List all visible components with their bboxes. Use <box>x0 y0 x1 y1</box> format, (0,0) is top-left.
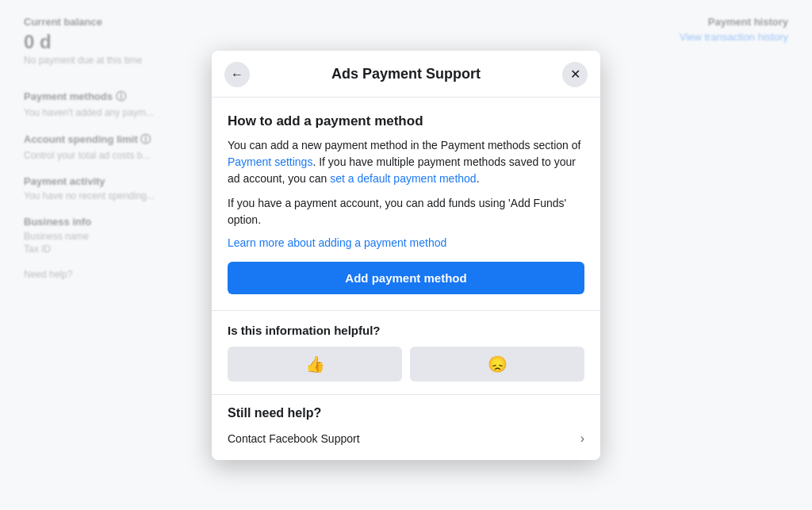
close-button[interactable]: ✕ <box>562 62 588 87</box>
para1-end: . <box>477 172 480 185</box>
modal-overlay: ← Ads Payment Support ✕ How to add a pay… <box>0 0 812 510</box>
section-heading: How to add a payment method <box>228 113 584 129</box>
close-icon: ✕ <box>570 67 580 82</box>
thumbs-down-icon: 😞 <box>488 355 508 374</box>
thumbs-up-icon: 👍 <box>305 355 325 374</box>
thumbs-down-button[interactable]: 😞 <box>410 347 584 382</box>
payment-settings-link[interactable]: Payment settings <box>228 155 312 168</box>
helpful-label: Is this information helpful? <box>228 324 584 337</box>
ads-payment-support-modal: ← Ads Payment Support ✕ How to add a pay… <box>212 51 600 460</box>
support-link-text: Contact Facebook Support <box>228 432 360 445</box>
thumbs-up-button[interactable]: 👍 <box>228 347 402 382</box>
learn-more-link[interactable]: Learn more about adding a payment method <box>228 236 584 249</box>
helpful-section: Is this information helpful? 👍 😞 <box>212 310 600 382</box>
chevron-right-icon: › <box>580 431 584 446</box>
paragraph-2: If you have a payment account, you can a… <box>228 195 584 228</box>
modal-body: How to add a payment method You can add … <box>212 98 600 460</box>
default-payment-link[interactable]: set a default payment method <box>330 172 476 185</box>
back-button[interactable]: ← <box>224 62 250 87</box>
modal-header: ← Ads Payment Support ✕ <box>212 51 600 98</box>
modal-title: Ads Payment Support <box>250 66 562 82</box>
para1-before-link1: You can add a new payment method in the … <box>228 139 580 151</box>
helpful-buttons: 👍 😞 <box>228 347 584 382</box>
still-need-help-section: Still need help? Contact Facebook Suppor… <box>212 394 600 460</box>
contact-support-row[interactable]: Contact Facebook Support › <box>228 428 584 449</box>
back-arrow-icon: ← <box>231 67 243 82</box>
add-payment-method-button[interactable]: Add payment method <box>228 262 584 294</box>
still-help-heading: Still need help? <box>228 406 584 420</box>
paragraph-1: You can add a new payment method in the … <box>228 137 584 187</box>
